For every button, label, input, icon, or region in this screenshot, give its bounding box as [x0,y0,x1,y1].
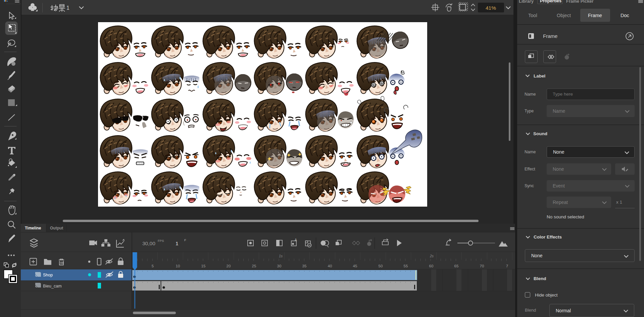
svg-text:Shop: Shop [43,273,53,277]
svg-text:60: 60 [429,264,434,268]
svg-text:10: 10 [176,264,180,268]
svg-text:35: 35 [302,264,307,268]
svg-text:1: 1 [176,241,179,246]
svg-text:15: 15 [201,264,206,268]
svg-text:1s: 1s [279,254,283,258]
svg-text:30: 30 [277,264,282,268]
svg-text:FPS: FPS [158,239,164,243]
svg-text:30,00: 30,00 [142,241,155,246]
svg-text:40: 40 [328,264,332,268]
svg-text:45: 45 [353,264,357,268]
svg-text:50: 50 [379,264,383,268]
svg-text:55: 55 [404,264,408,268]
svg-text:F: F [184,238,186,242]
svg-text:65: 65 [454,264,459,268]
svg-text:70: 70 [480,264,484,268]
svg-text:7: 7 [506,264,508,268]
svg-text:2s: 2s [430,254,434,258]
svg-text:Output: Output [50,226,63,230]
svg-text:5: 5 [152,264,154,268]
svg-text:Timeline: Timeline [25,226,41,230]
svg-text:A: A [295,238,297,242]
svg-text:41%: 41% [486,5,496,11]
svg-text:Bieu_cam: Bieu_cam [43,284,62,288]
svg-text:25: 25 [252,264,256,268]
svg-text:1: 1 [66,5,69,11]
svg-text:20: 20 [227,264,231,268]
